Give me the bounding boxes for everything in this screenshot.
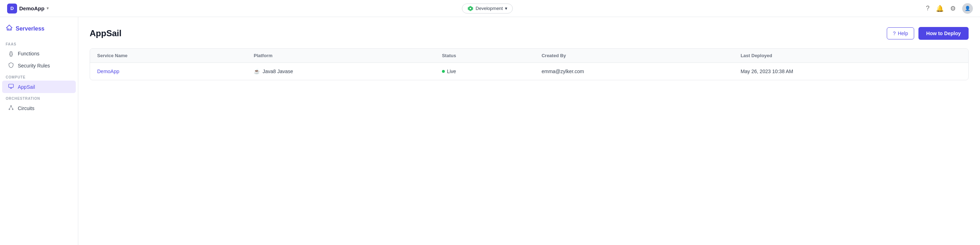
svg-point-9 <box>9 109 10 110</box>
sidebar-item-functions[interactable]: {} Functions <box>2 47 76 59</box>
appsail-icon <box>8 84 14 90</box>
service-link[interactable]: DemoApp <box>97 68 119 74</box>
status-label: Live <box>447 68 456 74</box>
svg-rect-5 <box>8 84 13 87</box>
app-avatar: D <box>7 3 17 14</box>
main-layout: Serverless FAAS {} Functions Security Ru… <box>0 17 980 245</box>
sidebar-section-orchestration: ORCHESTRATION <box>0 93 78 102</box>
top-nav: D DemoApp ▾ Development ▾ ? 🔔 ⚙ 👤 <box>0 0 980 17</box>
app-name: DemoApp <box>19 5 45 11</box>
services-table-container: Service Name Platform Status Created By … <box>90 48 969 80</box>
help-button[interactable]: ? Help <box>887 27 914 40</box>
page-title: AppSail <box>90 28 121 38</box>
sidebar-section-compute: COMPUTE <box>0 72 78 81</box>
col-service-name: Service Name <box>90 49 247 63</box>
status-live-dot <box>442 70 445 73</box>
top-nav-right: ? 🔔 ⚙ 👤 <box>926 3 973 14</box>
shield-icon <box>8 62 14 69</box>
cell-platform: ☕ Java8 Javase <box>247 63 435 80</box>
services-table: Service Name Platform Status Created By … <box>90 49 968 80</box>
cell-status: Live <box>435 63 535 80</box>
environment-selector[interactable]: Development ▾ <box>462 3 513 14</box>
platform-label: Java8 Javase <box>262 68 293 74</box>
sidebar-item-functions-label: Functions <box>18 51 40 57</box>
table-row: DemoApp ☕ Java8 Javase Live <box>90 63 968 80</box>
col-platform: Platform <box>247 49 435 63</box>
cell-last-deployed: May 26, 2023 10:38 AM <box>733 63 968 80</box>
app-selector-chevron: ▾ <box>47 6 49 11</box>
main-content: AppSail ? Help How to Deploy Service Nam… <box>78 17 980 245</box>
sidebar: Serverless FAAS {} Functions Security Ru… <box>0 17 78 245</box>
col-status: Status <box>435 49 535 63</box>
col-last-deployed: Last Deployed <box>733 49 968 63</box>
help-icon[interactable]: ? <box>926 5 929 12</box>
sidebar-item-security-rules-label: Security Rules <box>18 63 50 68</box>
svg-line-11 <box>9 106 11 109</box>
platform-icon: ☕ <box>254 68 260 74</box>
cell-service-name: DemoApp <box>90 63 247 80</box>
sidebar-item-circuits[interactable]: Circuits <box>2 102 76 114</box>
environment-chevron: ▾ <box>505 6 508 11</box>
svg-point-10 <box>12 109 13 110</box>
sidebar-logo: Serverless <box>0 23 78 39</box>
bell-icon[interactable]: 🔔 <box>936 5 944 13</box>
page-header: AppSail ? Help How to Deploy <box>90 27 969 40</box>
svg-point-8 <box>11 106 12 106</box>
sidebar-item-appsail[interactable]: AppSail <box>2 81 76 93</box>
sidebar-item-circuits-label: Circuits <box>18 106 35 111</box>
svg-line-12 <box>11 106 13 109</box>
deploy-button[interactable]: How to Deploy <box>918 27 969 40</box>
user-avatar[interactable]: 👤 <box>962 3 973 14</box>
sidebar-logo-text: Serverless <box>16 25 45 32</box>
sidebar-section-faas: FAAS <box>0 39 78 47</box>
table-header: Service Name Platform Status Created By … <box>90 49 968 63</box>
page-actions: ? Help How to Deploy <box>887 27 969 40</box>
environment-icon <box>467 5 474 12</box>
environment-label: Development <box>476 6 503 11</box>
sidebar-item-security-rules[interactable]: Security Rules <box>2 59 76 72</box>
col-created-by: Created By <box>535 49 733 63</box>
app-selector[interactable]: D DemoApp ▾ <box>7 3 49 14</box>
gear-icon[interactable]: ⚙ <box>950 5 956 13</box>
serverless-icon <box>6 24 13 33</box>
circuits-icon <box>8 105 14 112</box>
functions-icon: {} <box>8 51 14 57</box>
sidebar-item-appsail-label: AppSail <box>18 84 35 90</box>
cell-created-by: emma@zylker.com <box>535 63 733 80</box>
table-body: DemoApp ☕ Java8 Javase Live <box>90 63 968 80</box>
svg-point-2 <box>469 8 471 9</box>
help-circle-icon: ? <box>893 30 896 36</box>
